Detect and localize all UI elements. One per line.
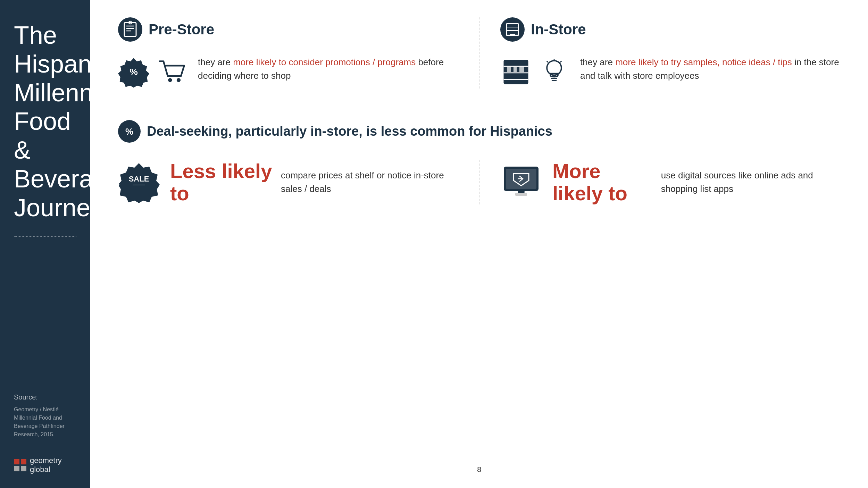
pre-store-icons: % <box>118 56 187 89</box>
in-store-description: they are more likely to try samples, not… <box>580 56 840 83</box>
more-likely-col: More likely to use digital sources like … <box>479 160 840 204</box>
in-store-column: In-Store <box>479 17 840 89</box>
less-likely-col: SALE Less likely to compare prices at sh… <box>118 160 479 204</box>
logo-sq-gray-1 <box>14 466 19 471</box>
svg-text:SALE: SALE <box>129 175 149 183</box>
lightbulb-icon <box>539 56 570 89</box>
svg-rect-38 <box>515 193 527 196</box>
logo-squares-icon <box>14 459 26 471</box>
svg-rect-22 <box>519 67 524 72</box>
logo-text: geometry global <box>30 456 80 474</box>
in-store-content: they are more likely to try samples, not… <box>500 56 840 89</box>
svg-line-27 <box>547 61 548 62</box>
svg-rect-21 <box>514 67 517 72</box>
shopping-cart-icon <box>156 56 187 89</box>
pre-store-description: they are more likely to consider promoti… <box>198 56 458 83</box>
source-text: Geometry / Nestlé Millennial Food and Be… <box>14 405 80 439</box>
more-text-group: More likely to use digital sources like … <box>552 160 840 204</box>
main-content: Pre-Store % they ar <box>90 0 868 488</box>
in-store-title: In-Store <box>531 21 586 38</box>
sidebar: The Hispanic Millennial Food & Beverage … <box>0 0 90 488</box>
logo-area: geometry global <box>14 456 80 474</box>
pre-store-header: Pre-Store <box>118 17 458 42</box>
sidebar-bottom: Source: Geometry / Nestlé Millennial Foo… <box>14 393 80 474</box>
percent-badge-icon: % <box>118 56 149 89</box>
more-label: More likely to <box>552 160 654 204</box>
pre-store-icon <box>118 17 142 42</box>
logo-sq-red-2 <box>21 459 26 464</box>
svg-text:%: % <box>125 126 133 137</box>
in-store-header: In-Store <box>500 17 840 42</box>
deal-columns: SALE Less likely to compare prices at sh… <box>118 160 840 204</box>
in-store-icon <box>500 17 525 42</box>
deal-title: Deal-seeking, particularly in-store, is … <box>147 124 552 139</box>
logo-sq-red-1 <box>14 459 19 464</box>
pre-store-column: Pre-Store % they ar <box>118 17 479 89</box>
less-label: Less likely to <box>170 160 274 204</box>
deal-header: % Deal-seeking, particularly in-store, i… <box>118 120 840 143</box>
svg-rect-15 <box>510 34 515 35</box>
svg-point-9 <box>177 78 181 82</box>
deal-section: % Deal-seeking, particularly in-store, i… <box>118 120 840 204</box>
sale-badge-icon: SALE <box>118 161 160 203</box>
in-store-icons <box>500 56 570 89</box>
store-shelf-icon <box>500 56 532 89</box>
svg-line-28 <box>560 61 562 62</box>
pre-store-content: % they are more likely to consider promo… <box>118 56 458 89</box>
svg-rect-37 <box>518 191 525 193</box>
more-description: use digital sources like online ads and … <box>661 169 840 196</box>
svg-point-8 <box>168 78 172 82</box>
top-section: Pre-Store % they ar <box>118 17 840 89</box>
deal-percent-icon: % <box>118 120 141 143</box>
sidebar-divider <box>14 236 76 237</box>
logo-sq-gray-2 <box>21 466 26 471</box>
svg-rect-20 <box>507 67 511 72</box>
page-number: 8 <box>118 458 840 474</box>
pre-store-title: Pre-Store <box>149 21 214 38</box>
less-description: compare prices at shelf or notice in-sto… <box>281 169 458 196</box>
monitor-icon <box>500 161 542 203</box>
less-text-group: Less likely to compare prices at shelf o… <box>170 160 458 204</box>
sidebar-title: The Hispanic Millennial Food & Beverage … <box>14 21 80 222</box>
svg-point-10 <box>500 17 525 42</box>
svg-text:%: % <box>130 67 138 77</box>
source-label: Source: <box>14 393 80 401</box>
main-divider <box>118 106 840 106</box>
